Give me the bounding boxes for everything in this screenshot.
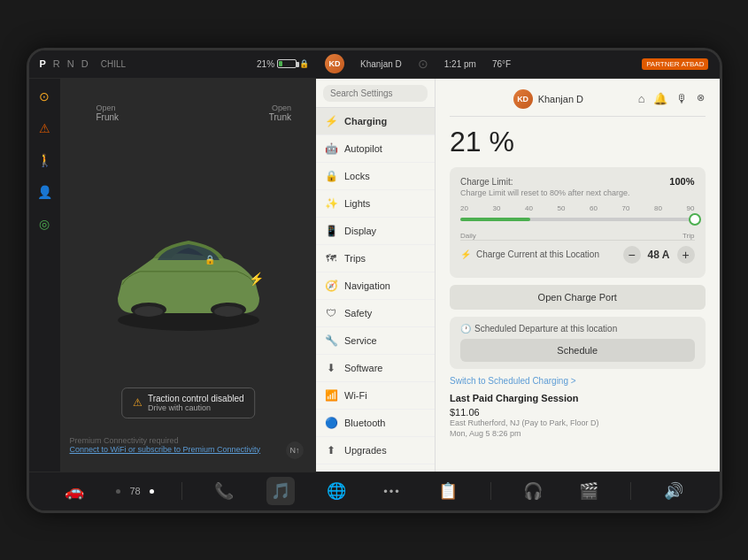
svg-point-4 <box>214 305 243 316</box>
taskbar-divider-2 <box>490 482 491 500</box>
volume-taskbar-icon[interactable]: 🔊 <box>659 477 688 505</box>
current-label-text: Charge Current at this Location <box>476 249 599 259</box>
panel-header: KD Khanjan D ⌂ 🔔 🎙 ⊗ <box>450 89 706 117</box>
warning-triangle-icon: ⚠ <box>133 396 143 409</box>
taskbar-divider-1 <box>181 482 182 500</box>
sidebar-icon-warning[interactable]: ⚠ <box>34 118 55 139</box>
menu-label-autopilot: Autopilot <box>344 143 382 154</box>
drive-mode: CHILL <box>101 59 126 69</box>
slider-label-daily: Daily <box>460 232 476 240</box>
search-bar <box>316 79 435 108</box>
frunk-label[interactable]: Open Frunk <box>96 104 120 122</box>
menu-item-lights[interactable]: ✨ Lights <box>316 190 435 218</box>
status-center: 21% 🔒 KD Khanjan D ⊙ 1:21 pm 76°F <box>257 54 511 73</box>
gear-r[interactable]: R <box>53 58 60 69</box>
menu-item-autopilot[interactable]: 🤖 Autopilot <box>316 135 435 163</box>
charge-limit-slider[interactable] <box>460 218 695 221</box>
menu-label-software: Software <box>344 363 382 373</box>
connectivity-text: Premium Connectivity required <box>70 436 179 445</box>
locks-icon: 🔒 <box>325 170 337 182</box>
trunk-label[interactable]: Open Trunk <box>269 104 291 122</box>
menu-item-charging[interactable]: ⚡ Charging <box>316 108 435 135</box>
menu-item-display[interactable]: 📱 Display <box>316 218 435 245</box>
upgrades-icon: ⬆ <box>325 444 337 456</box>
soc-display: 21 % <box>450 126 706 158</box>
switch-scheduled-link[interactable]: Switch to Scheduled Charging > <box>450 376 706 386</box>
bluetooth-icon: 🔵 <box>325 417 337 429</box>
status-time: 1:21 pm <box>444 59 476 69</box>
icon-sidebar: ⊙ ⚠ 🚶 👤 ◎ <box>29 79 61 472</box>
search-input[interactable] <box>323 85 428 102</box>
slider-fill <box>460 218 530 221</box>
menu-item-software[interactable]: ⬇ Software <box>316 355 435 382</box>
svg-text:⚡: ⚡ <box>249 271 265 286</box>
display-icon: 📱 <box>325 225 337 237</box>
menu-item-wifi[interactable]: 📶 Wi-Fi <box>316 382 435 410</box>
charge-limit-value: 100% <box>669 176 694 187</box>
home-header-icon[interactable]: ⌂ <box>638 92 645 105</box>
gear-p[interactable]: P <box>40 58 46 69</box>
menu-label-charging: Charging <box>344 116 387 127</box>
car-illustration: ⚡ 🔒 <box>100 213 277 341</box>
mic-icon[interactable]: 🎙 <box>676 92 688 105</box>
phone-taskbar-icon[interactable]: 📞 <box>210 477 238 505</box>
current-controls: − 48 A + <box>623 246 695 264</box>
decrease-current-button[interactable]: − <box>623 246 641 264</box>
charging-panel: KD Khanjan D ⌂ 🔔 🎙 ⊗ 21 % Charge Limit: … <box>436 79 720 472</box>
connectivity-link[interactable]: Connect to WiFi or subscribe to Premium … <box>70 445 261 454</box>
warning-main: Traction control disabled <box>148 394 244 403</box>
north-indicator[interactable]: N↑ <box>286 441 304 459</box>
trips-icon: 🗺 <box>325 252 337 265</box>
sidebar-icon-app[interactable]: ◎ <box>34 213 55 234</box>
more-taskbar-icon[interactable]: ••• <box>378 477 406 505</box>
settings-header-icon[interactable]: ⊗ <box>697 92 705 105</box>
bell-icon[interactable]: 🔔 <box>653 92 667 105</box>
scheduled-section: 🕐 Scheduled Departure at this location S… <box>450 317 706 369</box>
menu-item-navigation[interactable]: 🧭 Navigation <box>316 272 435 300</box>
main-screen: P R N D CHILL 21% 🔒 KD Khanjan D ⊙ 1:21 … <box>29 50 720 510</box>
menu-item-safety[interactable]: 🛡 Safety <box>316 300 435 327</box>
open-charge-port-button[interactable]: Open Charge Port <box>450 285 706 310</box>
battery-fill <box>279 61 282 66</box>
menu-item-bluetooth[interactable]: 🔵 Bluetooth <box>316 410 435 437</box>
header-icons: ⌂ 🔔 🎙 ⊗ <box>638 92 706 105</box>
menu-label-display: Display <box>344 226 376 236</box>
sidebar-icon-profile[interactable]: 👤 <box>34 181 55 203</box>
menu-item-service[interactable]: 🔧 Service <box>316 327 435 355</box>
last-paid-amount: $11.06 <box>450 407 706 418</box>
menu-item-trips[interactable]: 🗺 Trips <box>316 245 435 272</box>
apps-taskbar-icon[interactable]: 📋 <box>434 477 462 505</box>
menu-item-locks[interactable]: 🔒 Locks <box>316 163 435 190</box>
menu-label-wifi: Wi-Fi <box>344 390 367 401</box>
status-left: P R N D CHILL <box>40 58 127 69</box>
taskbar-divider-3 <box>630 482 631 500</box>
menu-label-navigation: Navigation <box>344 280 390 291</box>
menu-label-upgrades: Upgrades <box>344 445 387 456</box>
sidebar-icon-home[interactable]: ⊙ <box>34 86 55 107</box>
bolt-icon: ⚡ <box>460 249 471 259</box>
media-taskbar-icon[interactable]: 🎬 <box>574 477 603 505</box>
status-username: Khanjan D <box>360 59 402 69</box>
increase-current-button[interactable]: + <box>677 246 695 264</box>
gear-n[interactable]: N <box>67 58 74 69</box>
charge-limit-label: Charge Limit: <box>460 177 513 187</box>
lock-icon: 🔒 <box>299 59 309 68</box>
status-dot: ⊙ <box>418 57 428 71</box>
menu-label-locks: Locks <box>344 171 370 181</box>
menu-item-upgrades[interactable]: ⬆ Upgrades <box>316 437 435 464</box>
schedule-button[interactable]: Schedule <box>460 339 695 362</box>
gear-d[interactable]: D <box>81 58 89 69</box>
car-taskbar-icon[interactable]: 🚗 <box>60 477 89 505</box>
frunk-open-label: Open <box>96 104 120 112</box>
settings-menu: ⚡ Charging 🤖 Autopilot 🔒 Locks ✨ Lights … <box>316 79 436 472</box>
trunk-open-label: Open <box>269 104 291 112</box>
charge-limit-section: Charge Limit: 100% Charge Limit will res… <box>450 167 706 278</box>
slider-thumb[interactable] <box>689 213 701 226</box>
nav-taskbar-icon[interactable]: 🌐 <box>322 477 351 505</box>
gear-indicator: P R N D <box>40 58 89 69</box>
music-taskbar-icon[interactable]: 🎵 <box>266 477 295 505</box>
menu-label-safety: Safety <box>344 308 372 318</box>
svg-point-3 <box>135 305 163 316</box>
spotify-taskbar-icon[interactable]: 🎧 <box>519 477 547 505</box>
sidebar-icon-person[interactable]: 🚶 <box>34 150 55 171</box>
